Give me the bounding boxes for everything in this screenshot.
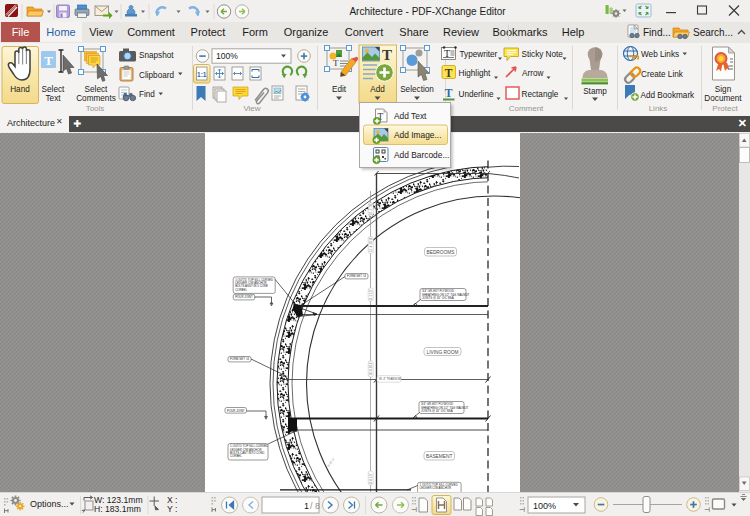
- svg-text:Rectangle: Rectangle: [522, 90, 559, 99]
- svg-text:100%: 100%: [533, 501, 556, 511]
- svg-text:Links: Links: [649, 104, 668, 113]
- svg-text:FORM SET #4: FORM SET #4: [230, 357, 249, 361]
- svg-text:Select: Select: [42, 85, 65, 94]
- svg-text:10'-0 5/16": 10'-0 5/16": [369, 362, 373, 376]
- svg-text:Selection: Selection: [400, 85, 434, 94]
- svg-text:Options...: Options...: [30, 499, 69, 509]
- svg-text:Underline: Underline: [459, 90, 494, 99]
- svg-text:Edit: Edit: [332, 85, 347, 94]
- svg-text:Snapshot: Snapshot: [139, 51, 174, 60]
- svg-text:Find: Find: [139, 90, 155, 99]
- svg-text:LIVING ROOM: LIVING ROOM: [427, 350, 459, 355]
- svg-text:Sign: Sign: [715, 85, 732, 94]
- svg-text:⊣: ⊣: [704, 506, 710, 513]
- svg-text:Typewriter: Typewriter: [460, 50, 498, 59]
- svg-text:CORBEL: CORBEL: [235, 288, 247, 292]
- svg-text:Arrow: Arrow: [522, 69, 543, 78]
- svg-text:1:1: 1:1: [197, 71, 207, 78]
- svg-text:View: View: [243, 104, 260, 113]
- svg-text:8'-1 1/2": 8'-1 1/2": [369, 289, 373, 300]
- svg-text:W. 4" TRANSOM: W. 4" TRANSOM: [379, 377, 402, 381]
- svg-text:Search...: Search...: [693, 27, 733, 38]
- svg-text:CORBEL: CORBEL: [230, 454, 242, 458]
- svg-text:8'-0 1/2": 8'-0 1/2": [369, 473, 373, 484]
- svg-text:Comment: Comment: [509, 104, 544, 113]
- svg-text:Hand: Hand: [10, 85, 30, 94]
- svg-text:Create Link: Create Link: [641, 70, 684, 79]
- svg-text:Protect: Protect: [712, 104, 738, 113]
- svg-text:T: T: [44, 53, 53, 68]
- svg-text:Document: Document: [704, 94, 742, 103]
- svg-text:JOISTS @ 16" O/C NSA: JOISTS @ 16" O/C NSA: [421, 409, 453, 413]
- svg-text:LEDGER C/W ANCHOR: LEDGER C/W ANCHOR: [420, 486, 451, 490]
- svg-text:16'-2 7/8": 16'-2 7/8": [369, 203, 373, 215]
- svg-text:Comments: Comments: [76, 94, 116, 103]
- svg-text:Add: Add: [370, 85, 385, 94]
- svg-text:1: 1: [304, 501, 309, 511]
- svg-text:Select: Select: [85, 85, 108, 94]
- svg-text:T: T: [444, 48, 450, 59]
- svg-text:Stamp: Stamp: [583, 87, 607, 96]
- svg-text:Clipboard: Clipboard: [139, 71, 174, 80]
- svg-text:Tools: Tools: [86, 104, 105, 113]
- svg-text:T: T: [445, 67, 453, 79]
- svg-text:/ 8: / 8: [310, 501, 320, 511]
- svg-text:POUR JOINT: POUR JOINT: [235, 295, 253, 299]
- svg-text:⊣: ⊣: [411, 506, 417, 513]
- svg-text:12'-4 13/16": 12'-4 13/16": [369, 237, 373, 252]
- svg-text:FORM SET #4: FORM SET #4: [347, 274, 366, 278]
- svg-text:T: T: [333, 58, 339, 68]
- svg-text:Add Bookmark: Add Bookmark: [641, 91, 696, 100]
- svg-text:100%: 100%: [216, 51, 238, 61]
- svg-text:POUR JOINT: POUR JOINT: [227, 409, 245, 413]
- svg-text:Highlight: Highlight: [459, 69, 492, 78]
- svg-text:⊣: ⊣: [519, 506, 525, 513]
- svg-text:Y :: Y :: [167, 504, 177, 514]
- svg-text:H: 183.1mm: H: 183.1mm: [94, 504, 141, 514]
- svg-text:Add Text: Add Text: [394, 111, 427, 121]
- svg-text:BEDROOMS: BEDROOMS: [427, 250, 455, 255]
- svg-text:Add Image...: Add Image...: [394, 130, 442, 140]
- svg-text:Text: Text: [45, 94, 61, 103]
- svg-text:Sticky Note: Sticky Note: [522, 50, 564, 59]
- svg-text:Web Links: Web Links: [641, 50, 679, 59]
- svg-text:T: T: [445, 87, 453, 99]
- svg-text:Find...: Find...: [643, 27, 671, 38]
- svg-text:R 31'-0": R 31'-0": [327, 457, 336, 468]
- svg-text:Add Barcode...: Add Barcode...: [394, 150, 449, 160]
- svg-text:BASEMENT: BASEMENT: [426, 454, 452, 459]
- svg-text:T: T: [382, 47, 392, 63]
- svg-text:JOISTS @ 16" O/C NSA: JOISTS @ 16" O/C NSA: [422, 296, 454, 300]
